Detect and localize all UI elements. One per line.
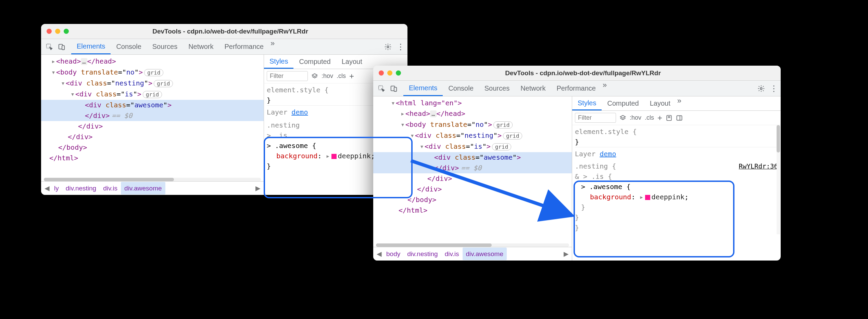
devtools-toolbar: Elements Console Sources Network Perform… xyxy=(41,39,407,55)
tab-sources[interactable]: Sources xyxy=(479,81,515,96)
dom-scrollbar-horizontal[interactable] xyxy=(44,178,261,181)
rule-sel2[interactable]: & > .is { xyxy=(575,171,778,182)
crumb-next-icon[interactable]: ▶ xyxy=(562,249,570,259)
crumb-nesting[interactable]: div.nesting xyxy=(62,182,100,195)
traffic-minimize[interactable] xyxy=(387,70,392,76)
color-swatch-icon[interactable] xyxy=(645,195,650,200)
crumb-body[interactable]: ly xyxy=(51,182,62,195)
style-more-chevron-icon[interactable]: » xyxy=(677,96,681,110)
dom-node-nesting-close[interactable]: </div> xyxy=(373,184,572,195)
dom-node-awesome-close[interactable]: </div>== $0 xyxy=(373,163,572,173)
style-tab-layout[interactable]: Layout xyxy=(644,96,676,110)
dom-node-body-close[interactable]: </body> xyxy=(41,142,264,153)
device-toggle-icon[interactable] xyxy=(56,41,67,52)
style-tab-styles[interactable]: Styles xyxy=(572,96,602,110)
layer-line: Layer demo xyxy=(575,147,778,159)
cls-toggle[interactable]: .cls xyxy=(645,114,654,121)
layer-link[interactable]: demo xyxy=(291,108,308,116)
dom-node-awesome-open[interactable]: <div class="awesome"> xyxy=(373,152,572,163)
device-toggle-icon[interactable] xyxy=(388,83,399,94)
tab-performance[interactable]: Performance xyxy=(219,39,269,54)
traffic-close[interactable] xyxy=(47,29,52,34)
panel-toggle-icon[interactable] xyxy=(676,115,683,121)
crumb-prev-icon[interactable]: ◀ xyxy=(43,183,51,194)
svg-point-3 xyxy=(387,46,389,48)
breadcrumb-bar: ◀ body div.nesting div.is div.awesome ▶ xyxy=(373,247,572,261)
dom-node-head[interactable]: ▸<head>…</head> xyxy=(41,56,264,67)
dom-node-body[interactable]: ▾<body translate="no">grid xyxy=(41,67,264,78)
svg-rect-2 xyxy=(62,45,64,50)
styles-scrollbar-vertical[interactable] xyxy=(777,125,780,234)
add-rule-icon[interactable]: + xyxy=(657,113,662,123)
settings-gear-icon[interactable] xyxy=(384,43,392,51)
rule-sel3[interactable]: > .awesome { xyxy=(575,182,778,192)
rule-prop-line[interactable]: background: ▸deeppink; xyxy=(575,192,778,202)
style-tab-layout[interactable]: Layout xyxy=(336,55,368,69)
traffic-minimize[interactable] xyxy=(55,29,60,34)
tab-sources[interactable]: Sources xyxy=(147,39,183,54)
inspect-icon[interactable] xyxy=(376,83,387,94)
styles-filter-input[interactable] xyxy=(575,113,616,123)
style-tab-computed[interactable]: Computed xyxy=(293,55,336,69)
dom-node-head[interactable]: ▸<head>…</head> xyxy=(373,108,572,119)
dom-node-nesting[interactable]: ▾<div class="nesting">grid xyxy=(373,130,572,141)
devtools-window-left: DevTools - cdpn.io/web-dot-dev/fullpage/… xyxy=(41,24,407,195)
dom-node-html-close[interactable]: </html> xyxy=(41,153,264,163)
toolbar-right: ⋮ xyxy=(384,43,405,51)
hov-toggle[interactable]: :hov xyxy=(630,114,641,121)
layers-icon[interactable] xyxy=(311,73,318,80)
crumb-is[interactable]: div.is xyxy=(441,248,463,260)
dom-node-is-close[interactable]: </div> xyxy=(373,173,572,184)
computed-style-icon[interactable] xyxy=(666,115,672,121)
dom-node-awesome-open[interactable]: <div class="awesome"> xyxy=(41,100,264,110)
dom-node-body-close[interactable]: </body> xyxy=(373,195,572,205)
tab-performance[interactable]: Performance xyxy=(551,81,602,96)
cls-toggle[interactable]: .cls xyxy=(337,72,346,80)
crumb-is[interactable]: div.is xyxy=(100,182,121,195)
crumb-awesome[interactable]: div.awesome xyxy=(121,182,165,195)
dom-node-nesting-close[interactable]: </div> xyxy=(41,132,264,142)
dom-node-nesting[interactable]: ▾<div class="nesting">grid xyxy=(41,78,264,89)
traffic-close[interactable] xyxy=(379,70,384,76)
tab-elements[interactable]: Elements xyxy=(403,81,443,96)
dom-node-is-close[interactable]: </div> xyxy=(41,121,264,132)
color-swatch-icon[interactable] xyxy=(331,154,337,159)
crumb-prev-icon[interactable]: ◀ xyxy=(375,249,383,259)
tab-network[interactable]: Network xyxy=(183,39,219,54)
kebab-menu-icon[interactable]: ⋮ xyxy=(397,43,405,51)
rule-close1: } xyxy=(575,202,778,212)
dom-node-is[interactable]: ▾<div class="is">grid xyxy=(373,141,572,152)
styles-filter-input[interactable] xyxy=(267,71,308,81)
more-tabs-chevron-icon[interactable]: » xyxy=(603,81,607,96)
dom-scrollbar-horizontal[interactable] xyxy=(376,243,569,247)
crumb-next-icon[interactable]: ▶ xyxy=(254,183,262,194)
more-tabs-chevron-icon[interactable]: » xyxy=(271,39,275,54)
hov-toggle[interactable]: :hov xyxy=(322,72,333,80)
tab-network[interactable]: Network xyxy=(515,81,551,96)
tab-elements[interactable]: Elements xyxy=(71,39,111,54)
element-style-open[interactable]: element.style { xyxy=(575,127,778,137)
svg-rect-9 xyxy=(677,116,682,120)
traffic-maximize[interactable] xyxy=(396,70,401,76)
style-tab-computed[interactable]: Computed xyxy=(602,96,644,110)
settings-gear-icon[interactable] xyxy=(757,85,765,92)
layer-link[interactable]: demo xyxy=(600,150,616,158)
dom-node-html[interactable]: ▾<html lang="en"> xyxy=(373,98,572,108)
dom-node-is[interactable]: ▾<div class="is">grid xyxy=(41,89,264,100)
dom-node-body[interactable]: ▾<body translate="no">grid xyxy=(373,119,572,130)
traffic-maximize[interactable] xyxy=(64,29,69,34)
crumb-body[interactable]: body xyxy=(383,248,404,260)
layers-icon[interactable] xyxy=(619,115,626,121)
crumb-awesome[interactable]: div.awesome xyxy=(463,248,507,260)
dom-tree-panel: ▸<head>…</head> ▾<body translate="no">gr… xyxy=(41,55,264,195)
dom-node-awesome-close[interactable]: </div>== $0 xyxy=(41,110,264,121)
kebab-menu-icon[interactable]: ⋮ xyxy=(770,84,778,93)
add-rule-icon[interactable]: + xyxy=(349,71,354,81)
style-tab-styles[interactable]: Styles xyxy=(264,55,293,69)
tab-console[interactable]: Console xyxy=(443,81,479,96)
dom-node-html-close[interactable]: </html> xyxy=(373,205,572,216)
tab-console[interactable]: Console xyxy=(111,39,147,54)
inspect-icon[interactable] xyxy=(44,41,55,52)
crumb-nesting[interactable]: div.nesting xyxy=(404,248,441,260)
source-link[interactable]: RwYLRdr:36 xyxy=(739,161,778,171)
